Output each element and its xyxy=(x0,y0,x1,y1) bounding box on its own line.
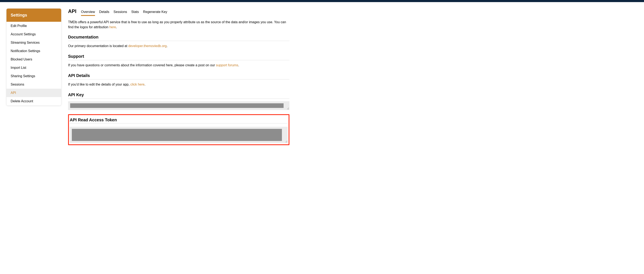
support-text: If you have questions or comments about … xyxy=(68,63,290,68)
api-details-text-before: If you'd like to edit the details of you… xyxy=(68,83,130,86)
sidebar-item-streaming-services[interactable]: Streaming Services xyxy=(6,39,61,47)
sidebar-item-delete-account[interactable]: Delete Account xyxy=(6,97,61,105)
api-key-value[interactable] xyxy=(70,103,284,108)
tab-regenerate-key[interactable]: Regenerate Key xyxy=(143,10,167,16)
resize-handle-icon[interactable] xyxy=(286,107,289,110)
sidebar-item-sessions[interactable]: Sessions xyxy=(6,80,61,89)
settings-sidebar: Settings Edit Profile Account Settings S… xyxy=(6,8,62,106)
support-text-before: If you have questions or comments about … xyxy=(68,63,216,67)
api-key-block: API Key xyxy=(68,92,290,110)
read-access-token-value[interactable] xyxy=(72,129,282,141)
top-strip xyxy=(0,0,644,2)
intro-text: TMDb offers a powerful API service that … xyxy=(68,20,290,30)
tab-details[interactable]: Details xyxy=(99,10,110,16)
documentation-link[interactable]: developer.themoviedb.org xyxy=(128,44,167,48)
sidebar-item-import-list[interactable]: Import List xyxy=(6,64,61,72)
title-row: API Overview Details Sessions Stats Rege… xyxy=(68,8,290,16)
sidebar-item-notification-settings[interactable]: Notification Settings xyxy=(6,47,61,55)
support-text-after: . xyxy=(238,63,239,67)
sidebar-item-api[interactable]: API xyxy=(6,89,61,97)
page-title: API xyxy=(68,8,76,14)
read-access-token-heading: API Read Access Token xyxy=(70,117,288,123)
support-forums-link[interactable]: support forums xyxy=(216,63,238,67)
page-container: Settings Edit Profile Account Settings S… xyxy=(0,2,644,152)
api-details-text: If you'd like to edit the details of you… xyxy=(68,82,290,87)
documentation-text-after: . xyxy=(167,44,168,48)
resize-handle-icon[interactable] xyxy=(285,140,287,143)
sidebar-item-account-settings[interactable]: Account Settings xyxy=(6,30,61,39)
documentation-text: Our primary documentation is located at … xyxy=(68,44,290,49)
sidebar-item-edit-profile[interactable]: Edit Profile xyxy=(6,22,61,30)
sidebar-item-sharing-settings[interactable]: Sharing Settings xyxy=(6,72,61,80)
api-details-text-after: . xyxy=(144,83,145,86)
api-key-field-wrap xyxy=(68,101,290,110)
sidebar-item-blocked-users[interactable]: Blocked Users xyxy=(6,55,61,64)
read-access-token-field-wrap xyxy=(70,127,288,143)
support-heading: Support xyxy=(68,54,290,60)
documentation-text-before: Our primary documentation is located at xyxy=(68,44,128,48)
intro-text-before: TMDb offers a powerful API service that … xyxy=(68,20,286,29)
main-content: API Overview Details Sessions Stats Rege… xyxy=(68,8,290,145)
intro-text-after: . xyxy=(116,25,117,29)
read-access-token-highlight: API Read Access Token xyxy=(68,114,290,145)
api-key-heading: API Key xyxy=(68,92,290,99)
edit-app-link[interactable]: click here xyxy=(130,83,144,86)
tab-overview[interactable]: Overview xyxy=(81,10,95,16)
documentation-heading: Documentation xyxy=(68,35,290,41)
api-details-heading: API Details xyxy=(68,73,290,79)
tab-stats[interactable]: Stats xyxy=(131,10,139,16)
tab-sessions[interactable]: Sessions xyxy=(114,10,127,16)
attribution-link[interactable]: here xyxy=(109,25,116,29)
api-tabs: Overview Details Sessions Stats Regenera… xyxy=(81,10,167,16)
sidebar-title: Settings xyxy=(6,9,61,22)
